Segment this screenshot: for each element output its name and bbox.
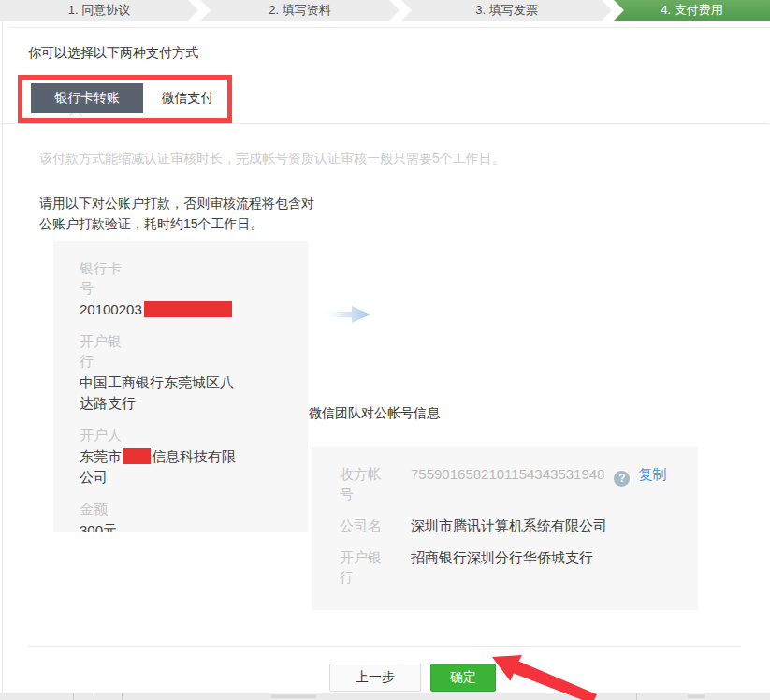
background-window-strip — [0, 693, 770, 700]
account-holder-label: 开户人 — [80, 425, 136, 445]
strip-line — [122, 693, 123, 700]
tab-bank-transfer[interactable]: 银行卡转账 — [31, 83, 143, 113]
top-divider — [9, 27, 770, 28]
field-account-holder: 开户人 东莞市信息科技有限 公司 — [80, 425, 282, 488]
step-invoice: 3. 填写发票 — [401, 0, 612, 21]
strip-line — [73, 693, 74, 700]
payment-step-page: 1. 同意协议 2. 填写资料 3. 填写发票 4. 支付费用 你可以选择以下两… — [0, 0, 770, 700]
account-holder-value: 东莞市信息科技有限 公司 — [80, 446, 263, 488]
payer-bank-label: 开户银 行 — [80, 331, 136, 371]
receiver-account-label: 收方帐 号 — [340, 464, 388, 503]
card-number-digits: 20100203 — [80, 301, 142, 317]
wechat-account-title: 微信团队对公帐号信息 — [309, 405, 440, 422]
copy-link[interactable]: 复制 — [638, 466, 666, 482]
step-agree: 1. 同意协议 — [0, 0, 198, 21]
amount-value: 300元 — [80, 520, 263, 532]
field-payer-bank: 开户银 行 中国工商银行东莞城区八 达路支行 — [80, 331, 282, 414]
card-number-value: 20100203 — [80, 299, 263, 320]
step-wizard: 1. 同意协议 2. 填写资料 3. 填写发票 4. 支付费用 — [0, 0, 770, 21]
field-card-number: 银行卡 号 20100203 — [80, 258, 282, 320]
strip-line — [94, 693, 94, 700]
wechat-account-box: 收方帐 号 7559016582101154343531948?复制 公司名 深… — [312, 447, 698, 610]
holder-prefix: 东莞市 — [80, 448, 122, 464]
row-receiver-bank: 开户银 行 招商银行深圳分行华侨城支行 — [340, 547, 698, 587]
help-icon[interactable]: ? — [614, 471, 630, 487]
review-time-note: 该付款方式能缩减认证审核时长，完成帐号资质认证审核一般只需要5个工作日。 — [39, 151, 505, 168]
redaction-overlay-card — [144, 301, 232, 317]
card-number-label: 银行卡 号 — [80, 258, 136, 298]
amount-label: 金额 — [80, 499, 136, 518]
company-name-label: 公司名 — [340, 516, 388, 535]
panel-left-border — [2, 21, 3, 693]
field-amount: 金额 300元 — [80, 499, 282, 532]
strip-smudge — [688, 695, 705, 698]
confirm-button[interactable]: 确定 — [430, 664, 496, 692]
company-name-value: 深圳市腾讯计算机系统有限公司 — [411, 516, 607, 535]
strip-smudge — [271, 695, 316, 698]
step-pay-fee-active: 4. 支付费用 — [614, 0, 770, 21]
step-fill-info: 2. 填写资料 — [200, 0, 400, 21]
payment-method-intro: 你可以选择以下两种支付方式 — [28, 45, 198, 62]
strip-line — [636, 693, 637, 700]
payer-account-box: 银行卡 号 20100203 开户银 行 中国工商银行东莞城区八 达路支行 开户… — [53, 241, 308, 532]
transfer-arrow-icon — [324, 303, 372, 326]
tab-underline — [3, 123, 768, 124]
previous-step-button[interactable]: 上一步 — [329, 664, 421, 692]
tab-wechat-pay[interactable]: 微信支付 — [143, 83, 232, 113]
payer-bank-value: 中国工商银行东莞城区八 达路支行 — [80, 372, 263, 414]
transfer-instruction: 请用以下对公账户打款，否则审核流程将包含对 公账户打款验证，耗时约15个工作日。 — [39, 193, 314, 234]
receiver-account-value: 7559016582101154343531948?复制 — [411, 464, 666, 487]
receiver-account-number: 7559016582101154343531948 — [411, 466, 604, 482]
footer-divider — [28, 646, 741, 647]
payment-method-tabs: 银行卡转账 微信支付 — [31, 83, 232, 113]
redaction-overlay-holder — [123, 448, 151, 464]
row-company-name: 公司名 深圳市腾讯计算机系统有限公司 — [340, 516, 698, 535]
row-receiver-account: 收方帐 号 7559016582101154343531948?复制 — [340, 464, 698, 503]
receiver-bank-value: 招商银行深圳分行华侨城支行 — [411, 547, 593, 567]
receiver-bank-label: 开户银 行 — [340, 547, 388, 587]
